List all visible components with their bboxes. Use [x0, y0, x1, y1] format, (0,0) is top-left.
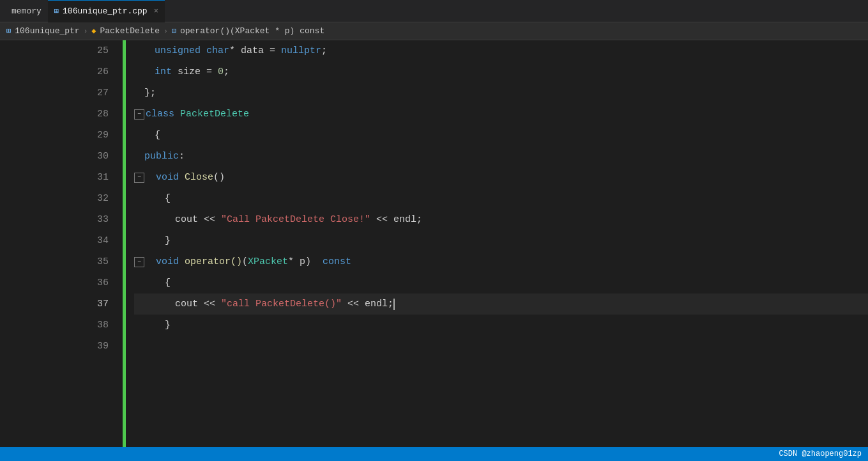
memory-tab-label: memory — [11, 6, 42, 16]
code-line-25: unsigned char* data = nullptr; — [134, 40, 868, 61]
code-line-34: } — [134, 230, 868, 251]
close-icon[interactable]: × — [154, 7, 158, 16]
kw-const: const — [323, 251, 351, 272]
line-num-38: 38 — [0, 315, 121, 336]
kw-int: int — [155, 61, 178, 82]
kw-void-op: void — [156, 251, 185, 272]
line-num-32: 32 — [0, 188, 121, 209]
breadcrumb-file[interactable]: 106unique_ptr — [15, 26, 79, 36]
code-line-28: − class PacketDelete — [134, 104, 868, 125]
status-bar: CSDN @zhaopeng01zp — [0, 447, 868, 461]
fn-close: Close — [185, 167, 213, 188]
code-line-30: public: — [134, 146, 868, 167]
breadcrumb-sep2: › — [164, 27, 168, 35]
memory-tab[interactable]: memory — [5, 0, 48, 22]
breadcrumb-sep1: › — [84, 27, 88, 35]
line-num-29: 29 — [0, 125, 121, 146]
fold-31[interactable]: − — [134, 173, 144, 183]
watermark: CSDN @zhaopeng01zp — [779, 449, 862, 458]
code-line-29: { — [134, 125, 868, 146]
line-num-39: 39 — [0, 336, 121, 357]
breadcrumb-method[interactable]: operator()(XPacket * p) const — [180, 26, 324, 36]
line-num-31: 31 — [0, 167, 121, 188]
code-line-35: − void operator()(XPacket* p) const — [134, 251, 868, 272]
code-line-37: cout << "call PacketDelete()" << endl; — [134, 293, 868, 315]
method-icon: ⊟ — [172, 26, 176, 36]
line-num-36: 36 — [0, 272, 121, 293]
cpp-file-icon: ⊞ — [54, 6, 59, 16]
line-num-37: 37 — [0, 293, 121, 315]
active-tab-label: 106unique_ptr.cpp — [63, 6, 148, 16]
active-tab[interactable]: ⊞ 106unique_ptr.cpp × — [48, 0, 165, 22]
fold-28[interactable]: − — [134, 109, 144, 120]
kw-void-close: void — [156, 167, 185, 188]
line-num-25: 25 — [0, 40, 121, 61]
code-line-32: { — [134, 188, 868, 209]
breadcrumb-bar: ⊞ 106unique_ptr › ◆ PacketDelete › ⊟ ope… — [0, 22, 868, 40]
code-line-31: − void Close() — [134, 167, 868, 188]
class-icon: ◆ — [91, 26, 96, 36]
title-bar: memory ⊞ 106unique_ptr.cpp × — [0, 0, 868, 22]
kw-nullptr: nullptr — [281, 40, 321, 61]
kw-class: class — [146, 104, 180, 125]
text-cursor — [393, 299, 395, 310]
str-call-packetdelete: "call PacketDelete()" — [221, 293, 342, 315]
kw-char: char — [206, 40, 229, 61]
breadcrumb-class[interactable]: PacketDelete — [100, 26, 160, 36]
fn-operator: operator() — [185, 251, 242, 272]
str-call-pakcetdelete: "Call PakcetDelete Close!" — [221, 209, 370, 230]
line-num-33: 33 — [0, 209, 121, 230]
kw-public: public — [144, 146, 179, 167]
line-num-34: 34 — [0, 230, 121, 251]
code-area: 25 26 27 28 29 30 31 32 33 34 35 36 37 3… — [0, 40, 868, 447]
code-line-36: { — [134, 272, 868, 293]
file-icon: ⊞ — [6, 26, 11, 36]
green-change-indicator — [123, 40, 126, 447]
line-num-30: 30 — [0, 146, 121, 167]
fold-35[interactable]: − — [134, 257, 144, 267]
line-num-35: 35 — [0, 251, 121, 272]
kw-unsigned: unsigned — [155, 40, 206, 61]
line-numbers: 25 26 27 28 29 30 31 32 33 34 35 36 37 3… — [0, 40, 121, 447]
code-content[interactable]: unsigned char* data = nullptr; int size … — [121, 40, 868, 447]
line-num-28: 28 — [0, 104, 121, 125]
code-line-39 — [134, 336, 868, 357]
line-num-26: 26 — [0, 61, 121, 82]
code-line-26: int size = 0; — [134, 61, 868, 82]
type-xpacket: XPacket — [248, 251, 288, 272]
code-line-38: } — [134, 315, 868, 336]
code-line-27: }; — [134, 82, 868, 104]
class-packetdelete: PacketDelete — [180, 104, 249, 125]
line-num-27: 27 — [0, 82, 121, 104]
code-line-33: cout << "Call PakcetDelete Close!" << en… — [134, 209, 868, 230]
